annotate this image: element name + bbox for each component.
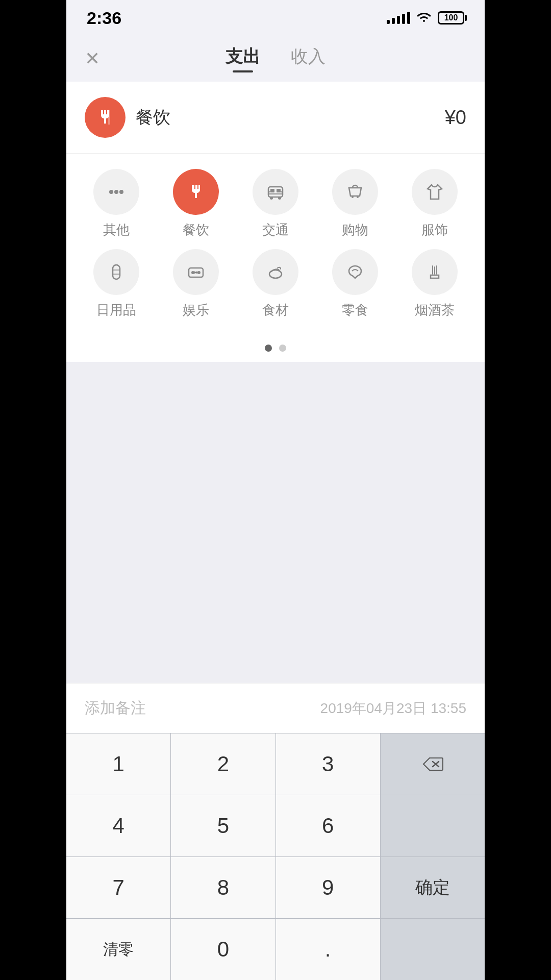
key-9[interactable]: 9 (276, 857, 381, 918)
transport-icon (265, 182, 286, 202)
signal-icon (387, 12, 410, 24)
battery-icon: 100 (438, 11, 464, 24)
category-grid: 其他 餐饮 (66, 154, 485, 339)
entertainment-icon (186, 262, 206, 282)
svg-point-8 (352, 196, 354, 198)
key-empty-2 (381, 919, 485, 980)
keypad-row-3: 7 8 9 确定 (66, 856, 485, 918)
svg-point-1 (114, 190, 118, 194)
key-clear[interactable]: 清零 (66, 919, 171, 980)
key-confirm[interactable]: 确定 (381, 857, 485, 918)
category-row-2: 日用品 娱乐 (77, 249, 474, 319)
key-7[interactable]: 7 (66, 857, 171, 918)
svg-point-2 (119, 190, 123, 194)
key-2[interactable]: 2 (171, 733, 276, 795)
svg-point-6 (270, 197, 273, 200)
svg-point-13 (197, 271, 201, 274)
category-item-tobacco[interactable]: 烟酒茶 (399, 249, 470, 319)
key-6[interactable]: 6 (276, 795, 381, 856)
key-delete[interactable] (381, 733, 485, 795)
tab-income[interactable]: 收入 (291, 45, 325, 72)
note-bar: 添加备注 2019年04月23日 13:55 (66, 683, 485, 733)
category-row-1: 其他 餐饮 (77, 169, 474, 239)
keypad-row-4: 清零 0 . (66, 918, 485, 980)
key-8[interactable]: 8 (171, 857, 276, 918)
dot-2[interactable] (279, 345, 286, 352)
key-1[interactable]: 1 (66, 733, 171, 795)
key-0[interactable]: 0 (171, 919, 276, 980)
category-item-other[interactable]: 其他 (81, 169, 152, 239)
restaurant-active-icon (186, 182, 206, 202)
tab-bar: 支出 收入 (226, 45, 325, 72)
category-item-transport[interactable]: 交通 (240, 169, 311, 239)
clothing-icon (424, 182, 445, 202)
note-datetime[interactable]: 2019年04月23日 13:55 (320, 699, 466, 718)
content-area (66, 362, 485, 683)
close-button[interactable]: ✕ (85, 48, 100, 69)
food-icon (265, 262, 286, 282)
pagination-dots (66, 339, 485, 362)
category-amount: ¥0 (445, 107, 466, 129)
svg-point-0 (109, 190, 113, 194)
category-name: 餐饮 (136, 106, 170, 129)
key-empty-1 (381, 795, 485, 856)
status-time: 2:36 (87, 8, 121, 28)
wifi-icon (416, 10, 432, 26)
keypad-row-2: 4 5 6 (66, 795, 485, 856)
svg-rect-4 (270, 189, 274, 192)
category-item-entertainment[interactable]: 娱乐 (160, 249, 232, 319)
key-decimal[interactable]: . (276, 919, 381, 980)
status-icons: 100 (387, 10, 464, 26)
key-5[interactable]: 5 (171, 795, 276, 856)
key-4[interactable]: 4 (66, 795, 171, 856)
restaurant-icon (94, 106, 116, 129)
category-item-daily[interactable]: 日用品 (81, 249, 152, 319)
svg-rect-5 (277, 189, 281, 192)
status-bar: 2:36 100 (66, 0, 485, 36)
keypad: 1 2 3 4 5 6 7 8 9 确定 清零 0 (66, 733, 485, 980)
category-header: 餐饮 ¥0 (66, 82, 485, 154)
daily-icon (106, 262, 127, 282)
key-3[interactable]: 3 (276, 733, 381, 795)
note-input[interactable]: 添加备注 (85, 698, 146, 719)
category-item-restaurant[interactable]: 餐饮 (160, 169, 232, 239)
category-item-food[interactable]: 食材 (240, 249, 311, 319)
category-item-clothing[interactable]: 服饰 (399, 169, 470, 239)
category-main-icon (85, 97, 126, 138)
category-item-snack[interactable]: 零食 (319, 249, 391, 319)
svg-rect-10 (113, 265, 120, 279)
svg-point-12 (191, 271, 194, 274)
category-item-shopping[interactable]: 购物 (319, 169, 391, 239)
svg-point-7 (278, 197, 281, 200)
keypad-row-1: 1 2 3 (66, 733, 485, 795)
other-icon (106, 182, 127, 202)
tab-expense[interactable]: 支出 (226, 45, 260, 72)
snack-icon (345, 262, 365, 282)
delete-icon (421, 756, 444, 772)
header: ✕ 支出 收入 (66, 36, 485, 82)
tobacco-icon (424, 262, 445, 282)
svg-point-9 (357, 196, 359, 198)
dot-1[interactable] (265, 345, 272, 352)
shopping-icon (345, 182, 365, 202)
